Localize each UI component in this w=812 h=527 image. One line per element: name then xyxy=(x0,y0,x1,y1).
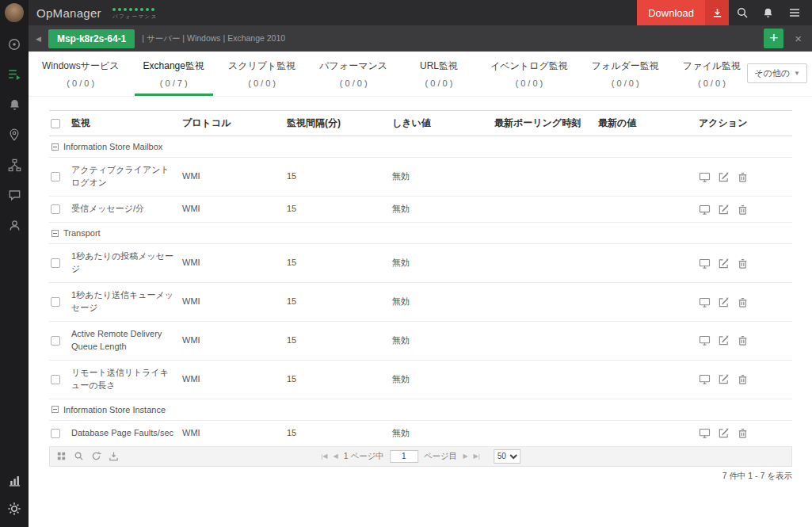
actions-cell xyxy=(699,165,792,189)
row-checkbox-cell xyxy=(49,336,71,346)
actions-cell xyxy=(699,421,792,445)
protocol-value: WMI xyxy=(182,289,287,315)
app-title: OpManager xyxy=(36,6,101,20)
delete-icon[interactable] xyxy=(737,171,749,183)
tab-3[interactable]: パフォーマンス( 0 / 0 ) xyxy=(307,52,399,96)
monitor-icon[interactable] xyxy=(699,204,711,216)
interval-value: 15 xyxy=(287,367,392,392)
row-checkbox[interactable] xyxy=(51,375,60,384)
delete-icon[interactable] xyxy=(737,296,749,308)
back-chevron-icon[interactable]: ◀ xyxy=(29,35,48,43)
threshold-value: 無効 xyxy=(392,250,494,276)
tab-1[interactable]: Exchange監視( 0 / 7 ) xyxy=(132,52,216,96)
collapse-icon[interactable] xyxy=(51,230,59,237)
last-poll-value xyxy=(494,170,598,183)
protocol-value: WMI xyxy=(182,164,287,189)
more-tabs-button[interactable]: その他の ▼ xyxy=(747,63,807,83)
chevron-down-icon: ▼ xyxy=(794,70,800,77)
search-small-icon[interactable] xyxy=(74,451,84,461)
pager-tools xyxy=(56,451,119,461)
delete-icon[interactable] xyxy=(737,204,749,216)
monitor-name: アクティブクライアントログオン xyxy=(71,158,182,196)
tab-label: URL監視 xyxy=(420,59,458,73)
users-icon[interactable] xyxy=(6,216,23,234)
monitor-icon[interactable] xyxy=(699,427,711,439)
table-row: Active Remote Delivery Queue LengthWMI15… xyxy=(49,322,792,361)
edit-icon[interactable] xyxy=(718,296,730,308)
download-button[interactable]: Download xyxy=(637,0,729,25)
sidebar xyxy=(0,0,29,527)
monitor-icon[interactable] xyxy=(699,334,711,346)
monitor-icon[interactable] xyxy=(699,258,711,269)
delete-icon[interactable] xyxy=(737,334,749,346)
tab-4[interactable]: URL監視( 0 / 0 ) xyxy=(399,52,478,96)
edit-icon[interactable] xyxy=(718,258,730,269)
row-checkbox[interactable] xyxy=(51,204,60,214)
edit-icon[interactable] xyxy=(718,427,730,439)
close-icon[interactable]: × xyxy=(795,32,802,45)
first-page-icon[interactable]: |◀ xyxy=(321,453,327,460)
row-checkbox-cell xyxy=(49,375,71,384)
column-header: 監視間隔(分) xyxy=(287,111,392,136)
table-header-row: 監視プロトコル監視間隔(分)しきい値最新ポーリング時刻最新の値アクション xyxy=(49,110,792,136)
row-checkbox-cell xyxy=(49,258,71,268)
tab-6[interactable]: フォルダー監視( 0 / 0 ) xyxy=(580,52,671,96)
group-row[interactable]: Information Store Mailbox xyxy=(49,136,792,158)
table-row: 1秒あたりの投稿メッセージWMI15無効 xyxy=(49,244,792,283)
tab-2[interactable]: スクリプト監視( 0 / 0 ) xyxy=(216,52,307,96)
edit-icon[interactable] xyxy=(718,334,730,346)
status-dot xyxy=(140,8,143,11)
download-label: Download xyxy=(637,0,705,25)
row-checkbox[interactable] xyxy=(51,336,60,346)
next-page-icon[interactable]: ▶ xyxy=(463,453,467,460)
group-name: Information Store Mailbox xyxy=(63,142,162,151)
threshold-value: 無効 xyxy=(392,289,494,315)
tab-5[interactable]: イベントログ監視( 0 / 0 ) xyxy=(478,52,580,96)
chat-icon[interactable] xyxy=(6,186,23,204)
page-input[interactable] xyxy=(390,450,418,463)
prev-page-icon[interactable]: ◀ xyxy=(333,453,337,460)
row-checkbox[interactable] xyxy=(51,172,60,181)
edit-icon[interactable] xyxy=(718,204,730,216)
tab-7[interactable]: ファイル監視( 0 / 0 ) xyxy=(671,52,753,96)
status-dot xyxy=(146,8,149,11)
group-row[interactable]: Transport xyxy=(49,223,792,244)
monitor-icon[interactable] xyxy=(699,373,711,385)
grid-icon[interactable] xyxy=(56,451,67,461)
settings-icon[interactable] xyxy=(6,500,23,517)
select-all-checkbox[interactable] xyxy=(51,119,60,128)
monitor-icon[interactable] xyxy=(699,296,711,308)
group-row[interactable]: Information Store Instance xyxy=(49,399,792,421)
delete-icon[interactable] xyxy=(737,427,749,439)
protocol-value: WMI xyxy=(182,367,287,392)
dashboard-icon[interactable] xyxy=(6,36,23,53)
search-icon[interactable] xyxy=(729,0,755,25)
row-checkbox[interactable] xyxy=(51,429,60,438)
refresh-icon[interactable] xyxy=(91,451,101,461)
page-size-select[interactable]: 50 xyxy=(494,449,520,464)
alarms-icon[interactable] xyxy=(6,96,23,113)
edit-icon[interactable] xyxy=(718,373,730,385)
delete-icon[interactable] xyxy=(737,258,749,269)
monitor-icon[interactable] xyxy=(699,171,711,183)
row-checkbox[interactable] xyxy=(51,258,60,268)
menu-icon[interactable] xyxy=(781,0,807,25)
delete-icon[interactable] xyxy=(737,373,749,385)
edit-icon[interactable] xyxy=(718,171,730,183)
collapse-icon[interactable] xyxy=(51,406,59,413)
last-page-icon[interactable]: ▶| xyxy=(474,453,480,460)
export-icon[interactable] xyxy=(109,451,119,461)
topology-icon[interactable] xyxy=(6,156,23,174)
latest-value xyxy=(598,334,699,347)
maps-icon[interactable] xyxy=(6,126,23,143)
row-checkbox-cell xyxy=(49,297,71,307)
collapse-icon[interactable] xyxy=(51,143,59,151)
reports-icon[interactable] xyxy=(6,472,23,489)
user-avatar[interactable] xyxy=(5,3,24,22)
row-checkbox[interactable] xyxy=(51,297,60,307)
add-button[interactable]: + xyxy=(764,29,783,48)
notifications-icon[interactable] xyxy=(755,0,781,25)
tab-0[interactable]: Windowsサービス( 0 / 0 ) xyxy=(30,52,132,96)
top-header: OpManager パフォーマンス Download xyxy=(0,0,812,25)
inventory-icon[interactable] xyxy=(6,66,23,83)
